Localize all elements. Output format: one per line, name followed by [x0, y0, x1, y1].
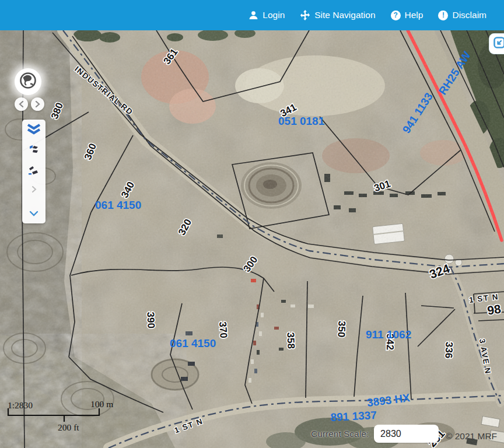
- map-canvas: 361 380 360 340 320 300 341 301 390 370 …: [0, 30, 504, 448]
- title-label-0614150-a: 061 4150: [95, 199, 141, 211]
- scale-metric-text: 100 m: [90, 399, 113, 409]
- parcel-label-390: 390: [145, 312, 157, 328]
- home-extent-button[interactable]: [15, 68, 41, 95]
- measure-tool-icon[interactable]: [27, 164, 40, 179]
- chevron-left-icon: [19, 100, 24, 109]
- chevron-right-icon: [35, 100, 40, 109]
- parcel-label-358: 358: [285, 332, 297, 349]
- parcel-label-370: 370: [217, 321, 229, 339]
- login-label: Login: [262, 10, 285, 20]
- help-label: Help: [405, 10, 424, 20]
- top-nav-bar: Login Site Navigation ? Help ! Disclaim: [0, 0, 504, 30]
- exclamation-icon: !: [438, 10, 448, 20]
- fullscreen-toggle-button[interactable]: [489, 33, 504, 54]
- login-button[interactable]: Login: [249, 10, 285, 20]
- gis-viewer-app: { "header": { "nav": [ {"label": "Login"…: [0, 0, 504, 448]
- question-icon: ?: [391, 10, 401, 20]
- map-viewport[interactable]: 361 380 360 340 320 300 341 301 390 370 …: [0, 30, 504, 448]
- parcel-label-98: 98: [487, 302, 502, 317]
- current-scale-control: Current Scale:: [311, 425, 439, 443]
- current-scale-label: Current Scale:: [311, 429, 369, 439]
- site-navigation-button[interactable]: Site Navigation: [300, 10, 375, 20]
- collapse-arrow-icon: [493, 36, 504, 51]
- map-toolbar-panel: [22, 120, 46, 223]
- copyright-text: © 2021 MRF: [446, 431, 497, 441]
- site-navigation-label: Site Navigation: [314, 10, 375, 20]
- help-button[interactable]: ? Help: [391, 10, 424, 20]
- more-tools-chevron-icon[interactable]: [32, 184, 37, 195]
- draw-tool-icon[interactable]: [27, 144, 40, 159]
- disclaim-label: Disclaim: [452, 10, 487, 20]
- title-label-9111062: 911 1062: [366, 328, 411, 341]
- user-icon: [249, 10, 258, 20]
- previous-extent-button[interactable]: [15, 97, 28, 111]
- current-scale-input[interactable]: [374, 425, 439, 443]
- globe-icon: [19, 71, 37, 92]
- collapse-layers-icon[interactable]: [26, 123, 41, 138]
- scale-imperial-text: 200 ft: [58, 422, 79, 432]
- move-icon: [300, 10, 310, 20]
- next-extent-button[interactable]: [31, 97, 44, 111]
- title-label-0510181: 051 0181: [278, 115, 325, 127]
- title-label-0614150-b: 061 4150: [170, 337, 216, 349]
- panel-scroll-down-icon[interactable]: [29, 208, 38, 219]
- disclaim-button[interactable]: ! Disclaim: [438, 10, 487, 20]
- scale-ratio-text: 1:2830: [8, 400, 33, 410]
- parcel-label-350: 350: [336, 321, 348, 338]
- title-label-8911337: 891 1337: [330, 409, 377, 424]
- parcel-label-336: 336: [443, 342, 455, 359]
